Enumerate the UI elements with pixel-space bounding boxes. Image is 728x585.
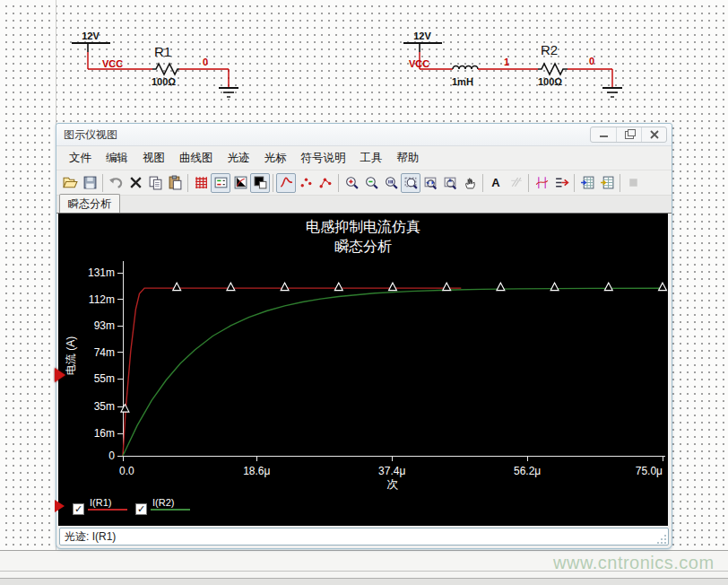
- grid-icon: [194, 175, 209, 190]
- delete-button[interactable]: [126, 173, 145, 193]
- title-bar[interactable]: 图示仪视图: [56, 124, 672, 146]
- resize-grip[interactable]: [657, 534, 667, 544]
- restore-button[interactable]: [616, 127, 641, 142]
- zoom-in-button[interactable]: [342, 173, 361, 193]
- reverse-colors-button[interactable]: [250, 173, 270, 193]
- menu-view[interactable]: 视图: [135, 148, 172, 169]
- window-controls: [590, 127, 667, 143]
- zoom-horizontal-icon: [423, 175, 438, 190]
- legend-label-ir1: I(R1): [88, 497, 127, 508]
- net-label-1: 1: [504, 57, 509, 67]
- resistor-R1[interactable]: R1 100Ω: [152, 44, 179, 87]
- show-legend-button[interactable]: [211, 173, 230, 193]
- zoom-restore-button[interactable]: [381, 173, 401, 193]
- trace-marker: [281, 283, 289, 291]
- trace-marker: [659, 283, 667, 291]
- ground-symbol-2[interactable]: [602, 88, 622, 97]
- net-label-0-2: 0: [589, 56, 594, 66]
- export-traces-button[interactable]: [551, 173, 571, 193]
- y-tick-label: 35m: [94, 400, 115, 413]
- zoom-100-icon: [384, 175, 399, 190]
- legend-line-ir1: [88, 509, 127, 511]
- source1-voltage-label: 12V: [82, 31, 100, 41]
- status-bar: 光迹: I(R1): [56, 526, 672, 547]
- zoom-horizontal-button[interactable]: [420, 173, 440, 193]
- toolbar-separator: [528, 174, 529, 192]
- minimize-icon: [600, 133, 608, 137]
- tab-transient-analysis[interactable]: 瞬态分析: [59, 194, 120, 213]
- edit-text-button: [506, 173, 525, 193]
- export-to-excel-button[interactable]: [597, 173, 617, 193]
- trace-marker: [550, 283, 559, 291]
- legend-checkbox-ir1[interactable]: [73, 503, 84, 515]
- minimize-button[interactable]: [591, 127, 616, 142]
- inductor-value: 1mH: [452, 76, 473, 87]
- copy-icon: [148, 175, 163, 190]
- menu-graph[interactable]: 曲线图: [172, 148, 221, 169]
- inductor-L1[interactable]: 1mH: [452, 66, 478, 87]
- marker-style-button[interactable]: [296, 173, 316, 193]
- zoom-vertical-button[interactable]: [440, 173, 460, 193]
- plot-area[interactable]: 131m112m93m74m55m35m16m00.018.6μ37.4μ56.…: [58, 214, 668, 495]
- export-icon: [554, 175, 569, 190]
- ground-symbol-1[interactable]: [219, 88, 238, 97]
- export-grid-icon: [580, 175, 595, 190]
- menu-cursor[interactable]: 光标: [257, 148, 294, 169]
- pan-button[interactable]: [460, 173, 480, 193]
- toolbar-separator: [273, 174, 273, 192]
- window-bottom-strip: [0, 579, 728, 585]
- line-style-button[interactable]: [276, 173, 296, 193]
- menu-file[interactable]: 文件: [62, 148, 99, 169]
- legend-label-ir2: I(R2): [151, 497, 190, 508]
- trace-marker: [497, 283, 505, 291]
- y-axis-label: 电流 (A): [64, 316, 77, 397]
- schematic-canvas[interactable]: 12V VCC R1 100Ω 0 12V VCC 1mH: [0, 0, 728, 118]
- y-tick-label: 0: [108, 450, 115, 462]
- vcc-source-2[interactable]: 12V: [403, 31, 442, 52]
- y-tick-label: 93m: [94, 319, 115, 332]
- undo-button[interactable]: [106, 173, 126, 193]
- zoom-out-button[interactable]: [361, 173, 381, 193]
- y-tick-label: 16m: [94, 427, 115, 440]
- paste-button[interactable]: [165, 173, 185, 193]
- save-button[interactable]: [80, 173, 100, 193]
- export-to-grid-button[interactable]: [577, 173, 597, 193]
- chart-legend: I(R1) I(R2): [58, 497, 668, 520]
- export-excel-icon: [600, 175, 615, 190]
- net-label-vcc-1: VCC: [102, 58, 123, 69]
- vcc-source-1[interactable]: 12V: [72, 31, 110, 52]
- x-tick-label: 56.2μ: [514, 465, 541, 477]
- menu-help[interactable]: 帮助: [390, 148, 427, 169]
- toolbar-separator: [482, 174, 483, 192]
- add-text-icon: A: [491, 177, 499, 188]
- show-cursors-button[interactable]: [532, 173, 551, 193]
- open-button[interactable]: [60, 173, 80, 193]
- trace-marker: [604, 283, 612, 291]
- zoom-select-button[interactable]: [401, 173, 420, 193]
- line-plot-icon: [279, 175, 294, 190]
- menu-legend[interactable]: 符号说明: [294, 148, 353, 169]
- x-tick-label: 37.4μ: [378, 465, 405, 477]
- legend-checkbox-ir2[interactable]: [135, 503, 147, 515]
- line-scatter-icon: [318, 175, 334, 190]
- watermark: www.cntronics.com: [553, 553, 728, 573]
- trace-marker: [173, 283, 181, 291]
- line-marker-style-button[interactable]: [316, 173, 335, 193]
- trace-marker: [227, 283, 235, 291]
- toolbar-separator: [102, 174, 103, 192]
- menu-tools[interactable]: 工具: [353, 148, 390, 169]
- edit-text-icon: [508, 175, 524, 190]
- paste-icon: [168, 175, 183, 190]
- graph-properties-button[interactable]: [230, 173, 250, 193]
- resistor-R1-ref: R1: [154, 44, 171, 59]
- menu-edit[interactable]: 编辑: [99, 148, 135, 169]
- delete-icon: [128, 175, 143, 190]
- resistor-R2[interactable]: R2 100Ω: [538, 42, 568, 87]
- show-grid-button[interactable]: [191, 173, 211, 193]
- trace-I(R2): [123, 288, 663, 456]
- add-text-button[interactable]: A: [486, 173, 506, 193]
- multisim-workspace: 12V VCC R1 100Ω 0 12V VCC 1mH: [0, 0, 728, 585]
- close-button[interactable]: [641, 127, 666, 142]
- menu-trace[interactable]: 光迹: [221, 148, 257, 169]
- copy-button[interactable]: [145, 173, 165, 193]
